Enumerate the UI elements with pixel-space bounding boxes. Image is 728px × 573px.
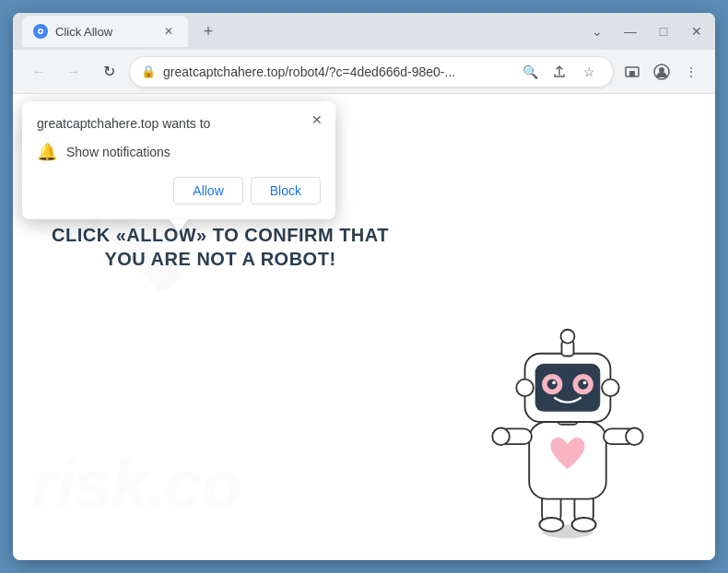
captcha-instruction-text: CLICK «ALLOW» TO CONFIRM THAT YOU ARE NO… xyxy=(50,223,391,271)
notification-popup: ✕ greatcaptchahere.top wants to 🔔 Show n… xyxy=(22,101,335,219)
svg-point-23 xyxy=(578,380,588,390)
share-icon[interactable] xyxy=(546,59,572,85)
tab-favicon xyxy=(33,24,48,39)
window-controls: ⌄ — □ ✕ xyxy=(588,22,706,41)
maximize-button[interactable]: □ xyxy=(654,22,673,41)
robot-svg xyxy=(476,302,660,542)
svg-point-2 xyxy=(40,30,42,33)
svg-point-10 xyxy=(539,518,563,532)
block-button[interactable]: Block xyxy=(251,177,321,205)
lock-icon: 🔒 xyxy=(141,64,156,78)
robot-illustration xyxy=(476,302,660,542)
reload-button[interactable]: ↻ xyxy=(94,57,123,87)
chevron-down-icon: ⌄ xyxy=(588,22,606,41)
popup-site-text: greatcaptchahere.top wants to xyxy=(37,116,321,131)
popup-permission-row: 🔔 Show notifications xyxy=(37,142,321,162)
popup-close-button[interactable]: ✕ xyxy=(308,111,326,129)
back-button[interactable]: ← xyxy=(24,57,53,87)
address-bar[interactable]: 🔒 greatcaptchahere.top/robot4/?c=4ded666… xyxy=(129,56,614,88)
popup-action-buttons: Allow Block xyxy=(37,177,321,205)
search-icon[interactable]: 🔍 xyxy=(517,59,543,85)
forward-button[interactable]: → xyxy=(59,57,88,87)
minimize-button[interactable]: — xyxy=(621,22,640,41)
svg-point-27 xyxy=(561,330,575,344)
popup-tail xyxy=(170,219,188,232)
url-text: greatcaptchahere.top/robot4/?c=4ded666d-… xyxy=(163,64,510,79)
svg-point-22 xyxy=(547,380,558,390)
nav-bar: ← → ↻ 🔒 greatcaptchahere.top/robot4/?c=4… xyxy=(13,50,715,94)
browser-window: Click Allow ✕ + ⌄ — □ ✕ ← → ↻ 🔒 greatcap… xyxy=(13,13,715,560)
tab-close-button[interactable]: ✕ xyxy=(160,23,177,40)
allow-button[interactable]: Allow xyxy=(173,177,242,205)
risk-watermark: risk.co xyxy=(31,444,241,523)
bookmark-icon[interactable]: ☆ xyxy=(576,59,602,85)
new-tab-button[interactable]: + xyxy=(195,18,221,44)
page-content: 🔍 risk.co ✕ greatcaptchahere.top wants t… xyxy=(13,94,715,560)
tab-title: Click Allow xyxy=(55,25,153,39)
address-bar-icons: 🔍 ☆ xyxy=(517,59,602,85)
cast-icon[interactable] xyxy=(619,59,645,85)
close-button[interactable]: ✕ xyxy=(687,22,706,41)
svg-point-29 xyxy=(602,380,619,397)
svg-point-11 xyxy=(572,518,596,532)
svg-point-25 xyxy=(583,380,587,384)
nav-right-icons: ⋮ xyxy=(619,59,704,85)
title-bar: Click Allow ✕ + ⌄ — □ ✕ xyxy=(13,13,715,50)
profile-icon[interactable] xyxy=(649,59,675,85)
permission-label: Show notifications xyxy=(66,145,170,159)
active-tab[interactable]: Click Allow ✕ xyxy=(22,16,188,47)
menu-icon[interactable]: ⋮ xyxy=(678,59,704,85)
bell-icon: 🔔 xyxy=(37,142,57,162)
svg-point-16 xyxy=(626,428,643,446)
svg-point-28 xyxy=(516,380,534,397)
svg-point-24 xyxy=(552,380,556,384)
svg-rect-4 xyxy=(629,71,635,76)
svg-point-15 xyxy=(492,428,510,446)
